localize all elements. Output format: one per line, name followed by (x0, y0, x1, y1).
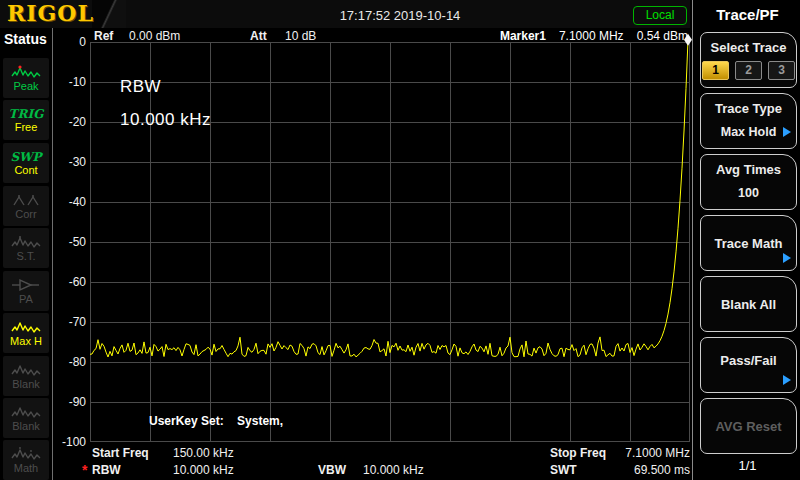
y-axis-label: -90 (38, 395, 86, 409)
corr-waveform-icon (11, 192, 41, 208)
trace-math-button[interactable]: Trace Math (700, 215, 797, 271)
y-axis-label: -20 (38, 115, 86, 129)
avg-times-button[interactable]: Avg Times 100 (700, 154, 797, 210)
analyzer-screen: RIGOL 17:17:52 2019-10-14 Local Status P… (0, 0, 800, 480)
marker-readout: Marker1 7.1000 MHz 0.54 dBm (500, 29, 688, 43)
top-bar: RIGOL 17:17:52 2019-10-14 Local (0, 0, 690, 28)
swp-icon: SWP (10, 150, 41, 164)
start-freq-value: 150.00 kHz (173, 446, 234, 460)
blank-waveform-icon (11, 362, 41, 378)
sidebar-status-label: Corr (15, 208, 36, 220)
trace-type-value: Max Hold (701, 125, 796, 139)
menu-page-indicator: 1/1 (695, 458, 800, 473)
userkey-message: UserKey Set: System, (149, 414, 283, 428)
local-mode-badge: Local (633, 6, 687, 25)
logo-slash-decoration (92, 0, 126, 28)
y-axis-label: 0 (38, 35, 86, 49)
trace-type-button[interactable]: Trace Type Max Hold (700, 93, 797, 149)
vbw-label: VBW (318, 463, 346, 477)
ref-level-value: 0.00 dBm (129, 29, 180, 43)
swt-label: SWT (550, 463, 577, 477)
menu-title: Trace/PF (695, 6, 800, 23)
avg-reset-button: AVG Reset (700, 398, 797, 454)
sidebar-status-label: Max H (10, 335, 42, 347)
sidebar-status-label: Peak (13, 80, 38, 92)
y-axis-label: -80 (38, 355, 86, 369)
sidebar-status-label: Free (15, 121, 38, 133)
trace-math-label: Trace Math (715, 236, 783, 251)
peak-waveform-icon (11, 64, 41, 80)
avg-reset-label: AVG Reset (715, 419, 781, 434)
rbw-label: RBW (92, 463, 121, 477)
start-freq-label: Start Freq (92, 446, 149, 460)
y-axis-label: -70 (38, 315, 86, 329)
y-axis-label: -40 (38, 195, 86, 209)
trace-2-button[interactable]: 2 (735, 61, 762, 80)
max-hold-waveform-icon (11, 319, 41, 335)
sidebar-status-label: S.T. (17, 250, 36, 262)
rbw-annotation-title: RBW (120, 70, 211, 103)
ref-level-label: Ref (94, 29, 113, 43)
trace-3-button[interactable]: 3 (768, 61, 795, 80)
attenuation-label: Att (250, 29, 267, 43)
select-trace-button[interactable]: Select Trace 1 2 3 (700, 32, 797, 88)
math-waveform-icon (11, 446, 41, 462)
pass-fail-label: Pass/Fail (720, 353, 776, 368)
y-axis-label: -30 (38, 155, 86, 169)
sidebar-status-label: Math (14, 462, 38, 474)
trace-1-button[interactable]: 1 (702, 61, 729, 80)
preamp-icon (11, 277, 41, 293)
blank-all-button[interactable]: Blank All (700, 276, 797, 332)
sidebar-status-label: PA (19, 293, 33, 305)
clock-timestamp: 17:17:52 2019-10-14 (300, 8, 500, 23)
marker-amplitude: 0.54 dBm (637, 29, 688, 43)
rbw-annotation: RBW 10.000 kHz (120, 70, 211, 136)
stop-freq-value: 7.1000 MHz (610, 446, 690, 460)
attenuation-value: 10 dB (285, 29, 316, 43)
submenu-arrow-icon (783, 253, 791, 263)
brand-logo: RIGOL (7, 0, 94, 26)
uncal-asterisk: * (82, 462, 87, 478)
sidebar-status-label: Cont (14, 164, 37, 176)
rbw-annotation-value: 10.000 kHz (120, 103, 211, 136)
pass-fail-button[interactable]: Pass/Fail (700, 337, 797, 393)
avg-times-label: Avg Times (701, 162, 796, 177)
st-waveform-icon (11, 234, 41, 250)
sidebar-divider (52, 28, 53, 480)
swt-value: 69.500 ms (610, 463, 690, 477)
trace-type-label: Trace Type (701, 101, 796, 116)
y-axis-label: -10 (38, 75, 86, 89)
y-axis-label: -60 (38, 275, 86, 289)
submenu-arrow-icon (783, 375, 791, 385)
blank-waveform-icon (11, 404, 41, 420)
trace-selector: 1 2 3 (701, 61, 796, 80)
submenu-arrow-icon (783, 127, 791, 137)
y-axis-label: -100 (38, 435, 86, 449)
rbw-value: 10.000 kHz (173, 463, 234, 477)
sidebar-status-label: Blank (12, 420, 40, 432)
marker-name: Marker1 (500, 29, 546, 43)
y-axis-label: -50 (38, 235, 86, 249)
menu-divider (692, 0, 693, 480)
sidebar-status-label: Blank (12, 378, 40, 390)
stop-freq-label: Stop Freq (550, 446, 606, 460)
avg-times-value: 100 (701, 186, 796, 200)
vbw-value: 10.000 kHz (363, 463, 424, 477)
select-trace-label: Select Trace (701, 40, 796, 55)
marker-frequency: 7.1000 MHz (559, 29, 624, 43)
blank-all-label: Blank All (721, 297, 776, 312)
